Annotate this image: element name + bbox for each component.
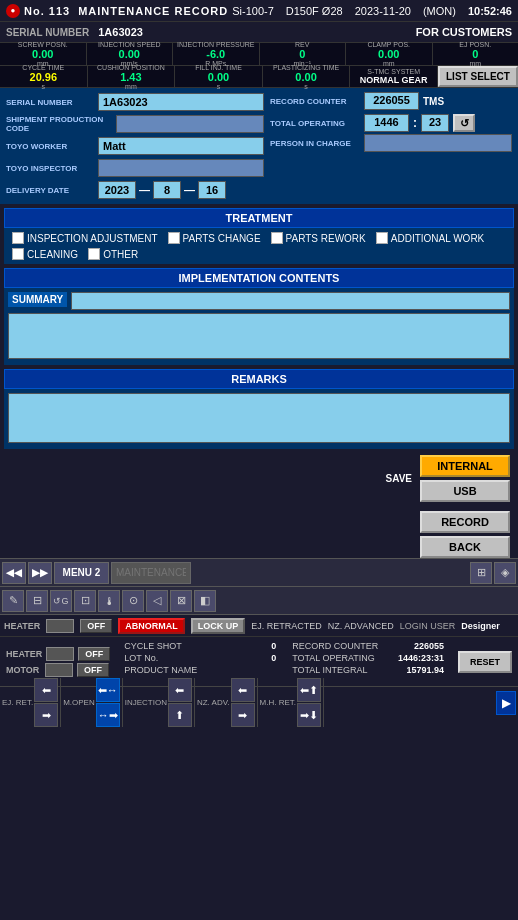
injection-btn[interactable]: ⬅ (168, 678, 192, 702)
nz-section: NZ. ADV. ⬅ ➡ (197, 678, 258, 727)
person-in-charge-row: PERSON IN CHARGE (270, 134, 512, 152)
toyo-worker-input[interactable] (98, 137, 264, 155)
ej-adv-btn[interactable]: ➡ (34, 703, 58, 727)
delivery-date-row: DELIVERY DATE — — (6, 180, 264, 200)
nz-ret-btn[interactable]: ➡ (231, 703, 255, 727)
additional-work-checkbox[interactable] (376, 232, 388, 244)
total-op-label: TOTAL OPERATING (270, 119, 360, 128)
cleaning-checkbox[interactable] (12, 248, 24, 260)
print-icon-button[interactable]: ⊡ (74, 590, 96, 612)
motor-stat-off[interactable]: OFF (77, 663, 109, 677)
grid2-icon-button[interactable]: ⊟ (26, 590, 48, 612)
remarks-textarea[interactable] (8, 393, 510, 443)
summary-label: SUMMARY (8, 292, 67, 307)
parts-rework-checkbox[interactable] (271, 232, 283, 244)
mold-info: D150F Ø28 (286, 5, 343, 17)
total-op-stat-label: TOTAL OPERATING (292, 653, 375, 663)
heater-stat-label: HEATER (6, 649, 42, 659)
prev-button[interactable]: ◀◀ (2, 562, 26, 584)
remarks-header: REMARKS (4, 369, 514, 389)
parts-rework-label: PARTS REWORK (286, 233, 366, 244)
save-usb-button[interactable]: USB (420, 480, 510, 502)
nz-adv-btn[interactable]: ⬅ (231, 678, 255, 702)
nz-adv-label: NZ. ADV. (197, 698, 230, 707)
heater-off-button[interactable]: OFF (80, 619, 112, 633)
heater-stat-toggle[interactable] (46, 647, 74, 661)
record-counter-value: 226055 (364, 92, 419, 110)
checkbox-other: OTHER (88, 248, 138, 260)
reload-icon-button[interactable]: ↺G (50, 590, 72, 612)
record-counter-stat-label: RECORD COUNTER (292, 641, 378, 651)
media-icon-button[interactable]: ⊠ (170, 590, 192, 612)
inspection-checkbox[interactable] (12, 232, 24, 244)
nav-arrow-right-button[interactable]: ▶ (496, 691, 516, 715)
implementation-textarea[interactable] (8, 313, 510, 359)
save-internal-button[interactable]: INTERNAL (420, 455, 510, 477)
menu2-button[interactable]: MENU 2 (54, 562, 109, 584)
motor-stat-label: MOTOR (6, 665, 41, 675)
mh-ret-btn[interactable]: ⬅⬆ (297, 678, 321, 702)
total-op-value1: 1446 (364, 114, 409, 132)
next-button[interactable]: ▶▶ (28, 562, 52, 584)
temp-icon-button[interactable]: 🌡 (98, 590, 120, 612)
m-close-btn[interactable]: ↔➡ (96, 703, 120, 727)
main-form: SERIAL NUMBER SHIPMENT PRODUCTION CODE T… (0, 88, 518, 204)
edit-icon-button[interactable]: ✎ (2, 590, 24, 612)
additional-work-label: ADDITIONAL WORK (391, 233, 485, 244)
cushion-label: CUSHION POSITION (97, 64, 165, 71)
delivery-month-input[interactable] (153, 181, 181, 199)
maintenance-record-input[interactable] (111, 562, 191, 584)
toolbar-1: ◀◀ ▶▶ MENU 2 ⊞ ◈ (0, 558, 518, 586)
mh-adv-btn[interactable]: ➡⬇ (297, 703, 321, 727)
total-integral-label: TOTAL INTEGRAL (292, 665, 367, 675)
delivery-day-input[interactable] (198, 181, 226, 199)
refresh-button[interactable]: ↺ (453, 114, 475, 132)
shipment-input[interactable] (116, 115, 264, 133)
checkbox-parts-change: PARTS CHANGE (168, 232, 261, 244)
ej-ret-label: EJ. RET. (2, 698, 33, 707)
screw-posn-metric: SCREW POSN. 0.00 mm (0, 43, 87, 65)
list-select-button[interactable]: LIST SELECT (438, 66, 518, 87)
ej-ret-btn[interactable]: ⬅ (34, 678, 58, 702)
checkbox-cleaning: CLEANING (12, 248, 78, 260)
heater-toggle[interactable] (46, 619, 74, 633)
reset-button[interactable]: RESET (458, 651, 512, 673)
heater-stat-off[interactable]: OFF (78, 647, 110, 661)
serial-number-input[interactable] (98, 93, 264, 111)
total-op-stat-row: TOTAL OPERATING 1446:23:31 (292, 653, 444, 663)
record-button[interactable]: RECORD (420, 511, 510, 533)
arrow-icon-button[interactable]: ◁ (146, 590, 168, 612)
save-label: SAVE (386, 473, 413, 484)
summary-area: SUMMARY (4, 288, 514, 365)
mold-section: M.OPEN ⬅↔ ↔➡ (63, 678, 123, 727)
back-button[interactable]: BACK (420, 536, 510, 558)
save2-icon-button[interactable]: ◧ (194, 590, 216, 612)
cycle-icon-button[interactable]: ⊙ (122, 590, 144, 612)
inj-speed-label: INJECTION SPEED (98, 41, 161, 48)
cycle-shot-label: CYCLE SHOT (124, 641, 182, 651)
lockup-button[interactable]: LOCK UP (191, 618, 246, 634)
inj-speed-value: 0.00 (119, 48, 140, 60)
grid-icon-button[interactable]: ⊞ (470, 562, 492, 584)
summary-input[interactable] (71, 292, 510, 310)
toyo-inspector-input[interactable] (98, 159, 264, 177)
m-open-btn[interactable]: ⬅↔ (96, 678, 120, 702)
tmc-label: S-TMC SYSTEM (367, 68, 420, 75)
plast-btn[interactable]: ⬆ (168, 703, 192, 727)
treatment-checkboxes: INSPECTION ADJUSTMENT PARTS CHANGE PARTS… (4, 228, 514, 264)
abnormal-button[interactable]: ABNORMAL (118, 618, 185, 634)
bottom-nav: EJ. RET. ⬅ ➡ M.OPEN ⬅↔ ↔➡ INJECTION ⬅ ⬆ … (0, 686, 518, 718)
clamp-label: CLAMP POS. (367, 41, 410, 48)
parts-change-checkbox[interactable] (168, 232, 180, 244)
toyo-worker-row: TOYO WORKER (6, 136, 264, 156)
motor-stat-toggle[interactable] (45, 663, 73, 677)
delivery-year-input[interactable] (98, 181, 136, 199)
person-in-charge-input[interactable] (364, 134, 512, 152)
toolbar-2: ✎ ⊟ ↺G ⊡ 🌡 ⊙ ◁ ⊠ ◧ (0, 586, 518, 614)
other-checkbox[interactable] (88, 248, 100, 260)
product-name-row: PRODUCT NAME (124, 665, 276, 675)
settings-icon-button[interactable]: ◈ (494, 562, 516, 584)
login-label: LOGIN USER (400, 621, 456, 631)
other-label: OTHER (103, 249, 138, 260)
motor-row: MOTOR OFF (6, 663, 110, 677)
